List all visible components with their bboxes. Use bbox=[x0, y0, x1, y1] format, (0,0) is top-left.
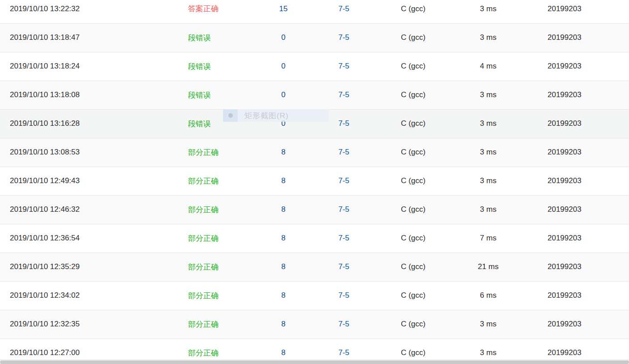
duration-label: 3 ms bbox=[442, 195, 534, 224]
submission-time: 2019/10/10 13:16:28 bbox=[0, 109, 178, 138]
submission-time: 2019/10/10 13:22:32 bbox=[0, 0, 178, 23]
table-row[interactable]: 2019/10/10 13:18:24 段错误 0 7-5 C (gcc) 4 … bbox=[0, 52, 629, 81]
duration-label: 7 ms bbox=[442, 224, 534, 253]
table-row[interactable]: 2019/10/10 13:18:08 段错误 0 7-5 C (gcc) 3 … bbox=[0, 81, 629, 109]
table-row[interactable]: 2019/10/10 13:22:32 答案正确 15 7-5 C (gcc) … bbox=[0, 0, 629, 23]
user-id: 20199203 bbox=[534, 81, 629, 109]
status-text: 段错误 bbox=[178, 52, 263, 81]
submission-time: 2019/10/10 12:32:35 bbox=[0, 310, 178, 338]
compiler-label: C (gcc) bbox=[384, 253, 442, 281]
problem-cell: 7-5 bbox=[304, 52, 384, 81]
problem-link[interactable]: 7-5 bbox=[338, 4, 350, 13]
duration-label: 3 ms bbox=[442, 310, 534, 338]
user-id: 20199203 bbox=[534, 23, 629, 52]
scrollbar-thumb[interactable] bbox=[0, 360, 629, 364]
table-row[interactable]: 2019/10/10 12:35:29 部分正确 8 7-5 C (gcc) 2… bbox=[0, 253, 629, 281]
compiler-label: C (gcc) bbox=[384, 138, 442, 167]
problem-link[interactable]: 7-5 bbox=[338, 348, 350, 357]
status-text: 部分正确 bbox=[178, 281, 263, 310]
user-id: 20199203 bbox=[534, 281, 629, 310]
problem-link[interactable]: 7-5 bbox=[338, 176, 350, 185]
problem-cell: 7-5 bbox=[304, 0, 384, 23]
problem-link[interactable]: 7-5 bbox=[338, 33, 350, 42]
submissions-table: 2019/10/10 13:22:32 答案正确 15 7-5 C (gcc) … bbox=[0, 0, 629, 364]
problem-cell: 7-5 bbox=[304, 281, 384, 310]
score-value: 0 bbox=[263, 81, 304, 109]
score-value: 8 bbox=[263, 195, 304, 224]
submissions-table-body: 2019/10/10 13:22:32 答案正确 15 7-5 C (gcc) … bbox=[0, 0, 629, 364]
score-value: 0 bbox=[263, 23, 304, 52]
duration-label: 3 ms bbox=[442, 109, 534, 138]
status-text: 段错误 bbox=[178, 23, 263, 52]
compiler-label: C (gcc) bbox=[384, 0, 442, 23]
compiler-label: C (gcc) bbox=[384, 23, 442, 52]
score-value: 8 bbox=[263, 138, 304, 167]
user-id: 20199203 bbox=[534, 224, 629, 253]
compiler-label: C (gcc) bbox=[384, 281, 442, 310]
table-row[interactable]: 2019/10/10 12:49:43 部分正确 8 7-5 C (gcc) 3… bbox=[0, 167, 629, 195]
problem-cell: 7-5 bbox=[304, 138, 384, 167]
submission-time: 2019/10/10 12:35:29 bbox=[0, 253, 178, 281]
horizontal-scrollbar[interactable] bbox=[0, 360, 629, 364]
score-value: 8 bbox=[263, 281, 304, 310]
problem-link[interactable]: 7-5 bbox=[338, 320, 350, 328]
submission-time: 2019/10/10 12:46:32 bbox=[0, 195, 178, 224]
problem-link[interactable]: 7-5 bbox=[338, 262, 350, 271]
score-value: 15 bbox=[263, 0, 304, 23]
table-row[interactable]: 2019/10/10 12:46:32 部分正确 8 7-5 C (gcc) 3… bbox=[0, 195, 629, 224]
problem-cell: 7-5 bbox=[304, 253, 384, 281]
user-id: 20199203 bbox=[534, 52, 629, 81]
score-value: 0 bbox=[263, 109, 304, 138]
compiler-label: C (gcc) bbox=[384, 81, 442, 109]
score-value: 8 bbox=[263, 253, 304, 281]
compiler-label: C (gcc) bbox=[384, 224, 442, 253]
submission-time: 2019/10/10 12:49:43 bbox=[0, 167, 178, 195]
problem-cell: 7-5 bbox=[304, 224, 384, 253]
duration-label: 3 ms bbox=[442, 0, 534, 23]
duration-label: 3 ms bbox=[442, 138, 534, 167]
score-value: 8 bbox=[263, 167, 304, 195]
problem-link[interactable]: 7-5 bbox=[338, 148, 350, 156]
duration-label: 3 ms bbox=[442, 167, 534, 195]
table-row[interactable]: 2019/10/10 12:36:54 部分正确 8 7-5 C (gcc) 7… bbox=[0, 224, 629, 253]
duration-label: 3 ms bbox=[442, 23, 534, 52]
user-id: 20199203 bbox=[534, 109, 629, 138]
user-id: 20199203 bbox=[534, 138, 629, 167]
duration-label: 21 ms bbox=[442, 253, 534, 281]
problem-cell: 7-5 bbox=[304, 310, 384, 338]
status-text: 部分正确 bbox=[178, 310, 263, 338]
problem-link[interactable]: 7-5 bbox=[338, 205, 350, 214]
status-text: 部分正确 bbox=[178, 224, 263, 253]
problem-cell: 7-5 bbox=[304, 81, 384, 109]
compiler-label: C (gcc) bbox=[384, 52, 442, 81]
problem-link[interactable]: 7-5 bbox=[338, 119, 350, 128]
problem-cell: 7-5 bbox=[304, 167, 384, 195]
problem-cell: 7-5 bbox=[304, 109, 384, 138]
problem-link[interactable]: 7-5 bbox=[338, 291, 350, 300]
score-value: 0 bbox=[263, 52, 304, 81]
compiler-label: C (gcc) bbox=[384, 109, 442, 138]
duration-label: 6 ms bbox=[442, 281, 534, 310]
problem-cell: 7-5 bbox=[304, 23, 384, 52]
status-text: 部分正确 bbox=[178, 195, 263, 224]
user-id: 20199203 bbox=[534, 195, 629, 224]
status-text: 段错误 bbox=[178, 81, 263, 109]
submission-time: 2019/10/10 13:18:08 bbox=[0, 81, 178, 109]
table-row[interactable]: 2019/10/10 12:34:02 部分正确 8 7-5 C (gcc) 6… bbox=[0, 281, 629, 310]
table-row[interactable]: 2019/10/10 13:16:28 段错误 0 7-5 C (gcc) 3 … bbox=[0, 109, 629, 138]
submission-time: 2019/10/10 12:34:02 bbox=[0, 281, 178, 310]
submission-time: 2019/10/10 12:36:54 bbox=[0, 224, 178, 253]
table-row[interactable]: 2019/10/10 12:32:35 部分正确 8 7-5 C (gcc) 3… bbox=[0, 310, 629, 338]
table-row[interactable]: 2019/10/10 13:18:47 段错误 0 7-5 C (gcc) 3 … bbox=[0, 23, 629, 52]
compiler-label: C (gcc) bbox=[384, 310, 442, 338]
submission-time: 2019/10/10 13:18:47 bbox=[0, 23, 178, 52]
problem-link[interactable]: 7-5 bbox=[338, 90, 350, 99]
problem-link[interactable]: 7-5 bbox=[338, 62, 350, 70]
table-row[interactable]: 2019/10/10 13:08:53 部分正确 8 7-5 C (gcc) 3… bbox=[0, 138, 629, 167]
problem-link[interactable]: 7-5 bbox=[338, 234, 350, 242]
compiler-label: C (gcc) bbox=[384, 195, 442, 224]
status-text: 部分正确 bbox=[178, 167, 263, 195]
status-text: 答案正确 bbox=[178, 0, 263, 23]
duration-label: 4 ms bbox=[442, 52, 534, 81]
score-value: 8 bbox=[263, 224, 304, 253]
